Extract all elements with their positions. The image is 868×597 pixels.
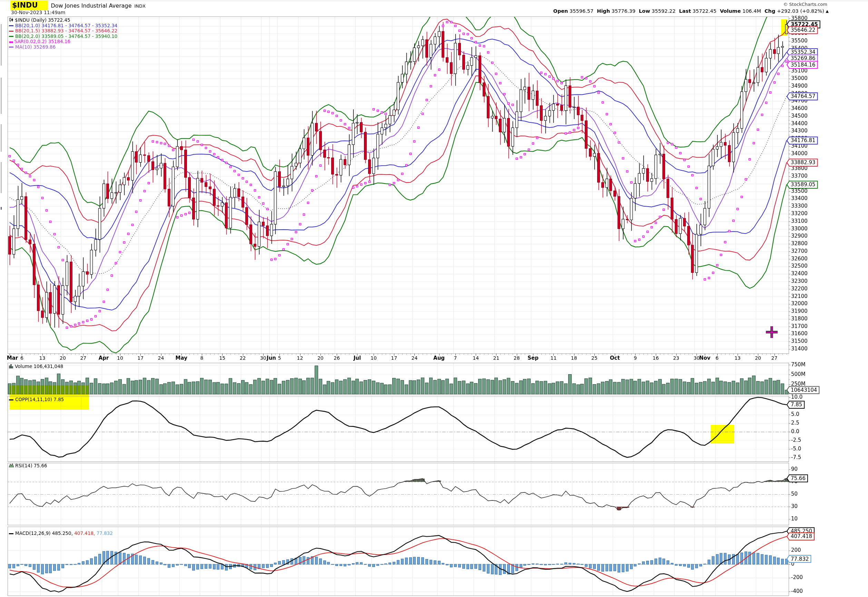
- macd-value: 485.250,: [52, 530, 73, 536]
- ma10-legend-label: MA(10) 35269.86: [15, 44, 55, 50]
- candlestick-icon: [9, 18, 13, 24]
- macd-hist-value: 77.832: [97, 530, 113, 536]
- macd-legend-label: MACD(12,26,9): [15, 530, 51, 536]
- high-value: 35776.39: [612, 8, 636, 14]
- price-legend-label: $INDU (Daily) 35722.45: [15, 17, 70, 23]
- up-arrow-icon: ▲: [826, 9, 829, 13]
- stockcharts-chart-page: { "header": { "symbol": "$INDU", "name":…: [0, 0, 868, 597]
- line-icon: [9, 25, 13, 26]
- low-value: 35592.22: [652, 8, 675, 14]
- volume-value: 106.4M: [742, 8, 761, 14]
- price-legend: $INDU (Daily) 35722.45 BB(20,1.0) 34176.…: [9, 18, 117, 50]
- line-icon: [9, 36, 13, 37]
- macd-legend: MACD(12,26,9) 485.250, 407.418, 77.832: [9, 531, 113, 536]
- line-icon: [9, 31, 13, 32]
- symbol-name: Dow Jones Industrial Average: [51, 2, 131, 9]
- rsi-legend: RSI(14) 75.66: [9, 463, 47, 469]
- line-icon: [9, 533, 13, 534]
- volume-legend: Volume 106,431,048: [9, 364, 63, 370]
- chart-canvas: [0, 0, 868, 597]
- copyright: © StockCharts.com: [783, 2, 827, 7]
- yellow-highlight: [10, 385, 89, 410]
- rsi-legend-label: RSI(14) 75.66: [15, 463, 47, 468]
- volume-legend-label: Volume 106,431,048: [15, 364, 63, 369]
- open-value: 35596.57: [569, 8, 593, 14]
- quote-strip: Open 35596.57High 35776.39Low 35592.22La…: [550, 8, 829, 14]
- yellow-highlight: [711, 425, 734, 444]
- macd-signal-value: 407.418,: [74, 530, 95, 536]
- yellow-highlight: [781, 19, 787, 36]
- bb15-legend-label: BB(20,1.5) 33882.93 - 34764.57 - 35646.2…: [15, 28, 117, 33]
- chart-datetime: 30-Nov-2023 11:49am: [11, 10, 65, 15]
- bb2-legend-label: BB(20,2.0) 33589.05 - 34764.57 - 35940.1…: [15, 33, 117, 39]
- exchange-label: INDX: [135, 3, 146, 9]
- chg-value: +292.03 (+0.82%): [777, 8, 824, 14]
- bb1-legend-label: BB(20,1.0) 34176.81 - 34764.57 - 35352.3…: [15, 23, 117, 28]
- chart-header: $INDUDow Jones Industrial AverageINDX: [10, 1, 146, 9]
- volume-bars-icon: [9, 364, 13, 370]
- symbol-title: $INDU: [10, 0, 48, 10]
- line-icon: [9, 46, 13, 48]
- sar-dots-icon: ▪▪: [9, 39, 13, 45]
- rsi-mountain-icon: [9, 463, 14, 469]
- sar-legend-label: SAR(0.02,0.2) 35184.16: [15, 39, 71, 44]
- last-value: 35722.45: [693, 8, 716, 14]
